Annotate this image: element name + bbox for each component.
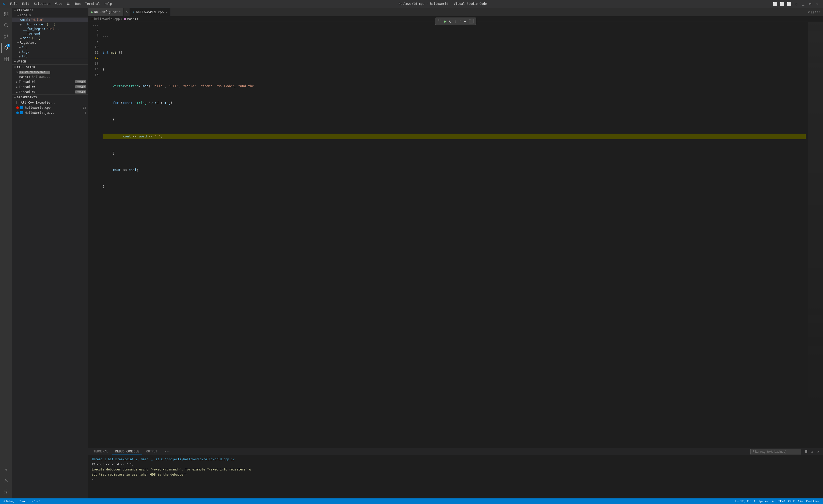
menu-selection[interactable]: Selection xyxy=(32,2,52,6)
locals-header[interactable]: ▼ Locals xyxy=(12,13,88,17)
status-eol[interactable]: CRLF xyxy=(787,500,797,503)
status-encoding[interactable]: UTF-8 xyxy=(775,500,787,503)
tab-close-icon[interactable]: ✕ xyxy=(165,10,167,14)
menu-file[interactable]: File xyxy=(8,2,20,6)
maximize-button[interactable]: ☐ xyxy=(807,1,813,7)
debug-config-button[interactable]: ▶ No Configurat ▾ xyxy=(89,8,124,16)
debug-drag-icon[interactable]: ⠿ xyxy=(437,18,443,24)
panel-close-icon[interactable]: ✕ xyxy=(815,449,821,455)
breakpoint-all-cpp[interactable]: All C++ Exceptio... xyxy=(12,100,88,105)
layout-icon-3[interactable]: ⬜ xyxy=(786,1,792,7)
tab-output[interactable]: OUTPUT xyxy=(143,449,160,455)
sidebar-item-source-control[interactable] xyxy=(1,31,11,42)
breakpoint-helloworld-cpp[interactable]: helloworld.cpp 12 xyxy=(12,105,88,110)
menu-edit[interactable]: Edit xyxy=(20,2,31,6)
menu-run[interactable]: Run xyxy=(73,2,83,6)
settings-icon[interactable]: ⚙ xyxy=(808,10,810,14)
panel-filter-input[interactable] xyxy=(750,449,801,455)
panel-list-icon[interactable]: ☰ xyxy=(803,449,809,455)
debug-gear-icon[interactable]: ⚙ xyxy=(124,10,130,14)
callstack-thread-1[interactable]: ▼ PAUSED ON BREAKPOI... xyxy=(12,70,88,75)
layout-icon-1[interactable]: ⬜ xyxy=(772,1,778,7)
sidebar-item-settings[interactable] xyxy=(1,487,11,497)
warning-icon: ⚠ xyxy=(36,500,38,503)
bp-helloworld-checkbox[interactable] xyxy=(20,106,23,109)
sidebar-item-explorer[interactable] xyxy=(1,9,11,19)
status-position[interactable]: Ln 12, Col 1 xyxy=(733,500,757,503)
register-fpu[interactable]: ▶ FPU xyxy=(12,54,88,59)
breakpoint-helloworld-java[interactable]: HelloWorld.ja... 4 xyxy=(12,110,88,115)
var-for-begin[interactable]: __for_begin: "Hel... xyxy=(12,27,88,31)
menu-terminal[interactable]: Terminal xyxy=(83,2,102,6)
thread-2[interactable]: ▶ Thread #2 PAUSED xyxy=(12,79,88,85)
sidebar-item-debug[interactable]: 1 xyxy=(1,43,11,53)
thread3-badge: PAUSED xyxy=(75,86,86,89)
tab-helloworld-cpp[interactable]: C helloworld.cpp ✕ xyxy=(130,8,170,16)
register-cpu[interactable]: ▶ CPU xyxy=(12,45,88,49)
menu-view[interactable]: View xyxy=(53,2,64,6)
close-button[interactable]: ✕ xyxy=(814,1,820,7)
code-editor[interactable]: ... 7 8 9 10 11 12 13 14 15 ... int main… xyxy=(89,22,823,448)
console-prompt[interactable]: › xyxy=(92,477,820,482)
debug-step-into-button[interactable]: ↑ xyxy=(458,18,463,24)
console-input[interactable] xyxy=(94,478,820,481)
var-msg[interactable]: ▶ msg: {...} xyxy=(12,36,88,40)
minimize-button[interactable]: ⎯ xyxy=(800,1,806,7)
cpu-arrow: ▶ xyxy=(19,46,21,49)
debug-step-out-button[interactable]: ↩ xyxy=(463,18,467,24)
status-spaces[interactable]: Spaces: 4 xyxy=(757,500,775,503)
var-for-end[interactable]: __for_end xyxy=(12,31,88,36)
tab-bar: ▶ No Configurat ▾ ⚙ C helloworld.cpp ✕ ⚙… xyxy=(89,8,823,16)
vscode-logo: ❖ xyxy=(3,2,5,6)
thread4-name: Thread #4 xyxy=(19,90,35,94)
sidebar-item-account[interactable] xyxy=(1,476,11,486)
status-debug[interactable]: ⚙ Debug xyxy=(2,500,16,503)
layout-icon-2[interactable]: ⬜ xyxy=(779,1,785,7)
tab-more[interactable]: ••• xyxy=(161,449,173,455)
debug-toolbar: ⠿ ▶ ↻ ↓ ↑ ↩ ⬛ xyxy=(435,17,476,25)
watch-header[interactable]: ▼ WATCH xyxy=(12,59,88,64)
split-editor-icon[interactable]: ⬚ xyxy=(811,10,813,14)
sidebar-item-remote[interactable]: ⊙ xyxy=(1,464,11,475)
menu-help[interactable]: Help xyxy=(102,2,114,6)
debug-stop-button[interactable]: ⬛ xyxy=(468,18,475,24)
window-controls[interactable]: ⬜ ⬜ ⬜ ⬚ ⎯ ☐ ✕ xyxy=(772,1,820,7)
layout-icon-4[interactable]: ⬚ xyxy=(793,1,799,7)
bp-all-cpp-checkbox[interactable] xyxy=(16,101,19,104)
bp-java-checkbox[interactable] xyxy=(20,111,23,114)
sidebar-item-search[interactable] xyxy=(1,20,11,30)
var-for-range-value: {...} xyxy=(46,23,56,26)
var-word[interactable]: word : "Hello" xyxy=(12,17,88,22)
thread-4[interactable]: ▶ Thread #4 PAUSED xyxy=(12,90,88,95)
registers-header[interactable]: ▼ Registers xyxy=(12,40,88,45)
debug-step-over-button[interactable]: ↓ xyxy=(453,18,458,24)
variables-header[interactable]: ▼ VARIABLES xyxy=(12,8,88,13)
var-word-name: word xyxy=(20,18,28,22)
breadcrumb-file[interactable]: helloworld.cpp xyxy=(94,17,120,21)
panel-up-icon[interactable]: ∧ xyxy=(809,449,815,455)
status-bar: ⚙ Debug ⎇ main ✕ 0 ⚠ 0 Ln 12, Col 1 Spac… xyxy=(0,498,823,504)
tab-debug-console[interactable]: DEBUG CONSOLE xyxy=(112,449,142,455)
debug-continue-button[interactable]: ▶ xyxy=(443,18,448,24)
menu-go[interactable]: Go xyxy=(65,2,72,6)
sidebar-item-extensions[interactable] xyxy=(1,54,11,64)
var-for-range[interactable]: ▶ __for_range: {...} xyxy=(12,22,88,27)
callstack-header[interactable]: ▼ CALL STACK xyxy=(12,64,88,70)
breadcrumb-symbol[interactable]: main() xyxy=(127,17,138,21)
breadcrumb-symbol-icon: ⬟ xyxy=(124,17,126,21)
status-branch[interactable]: ⎇ main xyxy=(16,500,30,503)
more-icon[interactable]: ••• xyxy=(815,10,821,14)
status-errors[interactable]: ✕ 0 ⚠ 0 xyxy=(30,500,42,503)
breakpoints-header[interactable]: ▼ BREAKPOINTS xyxy=(12,95,88,100)
status-language[interactable]: C++ xyxy=(796,500,804,503)
code-content[interactable]: ... int main() { vector<string> msg{"Hel… xyxy=(101,22,808,448)
status-formatter[interactable]: Prettier xyxy=(804,500,821,503)
debug-restart-button[interactable]: ↻ xyxy=(448,18,453,24)
register-segs[interactable]: ▶ Segs xyxy=(12,49,88,54)
thread-3[interactable]: ▶ Thread #3 PAUSED xyxy=(12,85,88,90)
panel-content[interactable]: Thread 1 hit Breakpoint 2, main () at C:… xyxy=(89,456,823,498)
menu-bar[interactable]: File Edit Selection View Go Run Terminal… xyxy=(8,2,114,6)
play-icon: ▶ xyxy=(91,10,93,14)
callstack-frame-main[interactable]: main() hellowo... xyxy=(12,75,88,79)
tab-terminal[interactable]: TERMINAL xyxy=(91,449,111,455)
